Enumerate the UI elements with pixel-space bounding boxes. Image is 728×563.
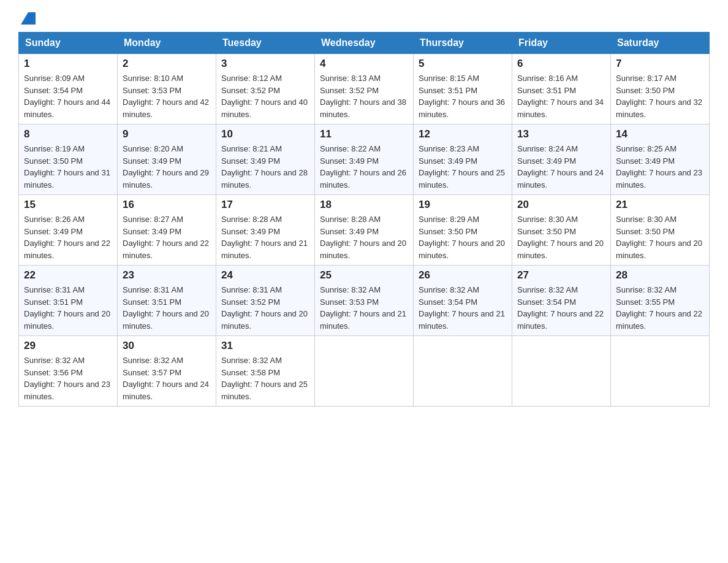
day-of-week-header: Wednesday — [315, 33, 414, 54]
day-number: 15 — [24, 199, 112, 211]
calendar-cell: 15 Sunrise: 8:26 AM Sunset: 3:49 PM Dayl… — [19, 195, 118, 266]
day-number: 12 — [419, 128, 507, 140]
calendar-cell — [512, 336, 611, 407]
day-number: 9 — [123, 128, 211, 140]
day-info: Sunrise: 8:25 AM Sunset: 3:49 PM Dayligh… — [616, 143, 704, 191]
calendar-cell: 26 Sunrise: 8:32 AM Sunset: 3:54 PM Dayl… — [414, 266, 512, 336]
calendar-cell: 8 Sunrise: 8:19 AM Sunset: 3:50 PM Dayli… — [19, 124, 118, 195]
day-info: Sunrise: 8:15 AM Sunset: 3:51 PM Dayligh… — [419, 72, 507, 120]
calendar-cell — [414, 336, 512, 407]
day-of-week-header: Tuesday — [216, 33, 315, 54]
day-info: Sunrise: 8:30 AM Sunset: 3:50 PM Dayligh… — [517, 213, 605, 261]
calendar-cell: 7 Sunrise: 8:17 AM Sunset: 3:50 PM Dayli… — [611, 54, 710, 124]
day-info: Sunrise: 8:32 AM Sunset: 3:53 PM Dayligh… — [320, 284, 408, 332]
day-number: 21 — [616, 199, 704, 211]
day-info: Sunrise: 8:24 AM Sunset: 3:49 PM Dayligh… — [517, 143, 605, 191]
calendar-cell: 30 Sunrise: 8:32 AM Sunset: 3:57 PM Dayl… — [118, 336, 216, 407]
day-info: Sunrise: 8:12 AM Sunset: 3:52 PM Dayligh… — [221, 72, 309, 120]
day-number: 28 — [616, 269, 704, 282]
day-number: 24 — [221, 269, 309, 282]
day-info: Sunrise: 8:32 AM Sunset: 3:54 PM Dayligh… — [419, 284, 507, 332]
day-number: 4 — [320, 58, 408, 70]
calendar-cell: 6 Sunrise: 8:16 AM Sunset: 3:51 PM Dayli… — [512, 54, 611, 124]
calendar-cell: 10 Sunrise: 8:21 AM Sunset: 3:49 PM Dayl… — [216, 124, 315, 195]
day-number: 29 — [24, 340, 112, 352]
calendar-cell: 9 Sunrise: 8:20 AM Sunset: 3:49 PM Dayli… — [118, 124, 216, 195]
day-number: 19 — [419, 199, 507, 211]
day-number: 7 — [616, 58, 704, 70]
day-number: 20 — [517, 199, 605, 211]
day-of-week-header: Sunday — [19, 33, 118, 54]
calendar-week-row: 22 Sunrise: 8:31 AM Sunset: 3:51 PM Dayl… — [19, 266, 710, 336]
calendar-cell — [315, 336, 414, 407]
calendar-cell: 14 Sunrise: 8:25 AM Sunset: 3:49 PM Dayl… — [611, 124, 710, 195]
day-info: Sunrise: 8:10 AM Sunset: 3:53 PM Dayligh… — [123, 72, 211, 120]
calendar-cell: 13 Sunrise: 8:24 AM Sunset: 3:49 PM Dayl… — [512, 124, 611, 195]
day-of-week-header: Thursday — [414, 33, 512, 54]
calendar-cell: 31 Sunrise: 8:32 AM Sunset: 3:58 PM Dayl… — [216, 336, 315, 407]
calendar-cell: 5 Sunrise: 8:15 AM Sunset: 3:51 PM Dayli… — [414, 54, 512, 124]
day-info: Sunrise: 8:27 AM Sunset: 3:49 PM Dayligh… — [123, 213, 211, 261]
calendar-week-row: 8 Sunrise: 8:19 AM Sunset: 3:50 PM Dayli… — [19, 124, 710, 195]
day-number: 11 — [320, 128, 408, 140]
day-number: 6 — [517, 58, 605, 70]
day-number: 17 — [221, 199, 309, 211]
day-info: Sunrise: 8:26 AM Sunset: 3:49 PM Dayligh… — [24, 213, 112, 261]
day-number: 1 — [24, 58, 112, 70]
day-info: Sunrise: 8:31 AM Sunset: 3:51 PM Dayligh… — [123, 284, 211, 332]
calendar-table: SundayMondayTuesdayWednesdayThursdayFrid… — [18, 32, 710, 407]
day-info: Sunrise: 8:30 AM Sunset: 3:50 PM Dayligh… — [616, 213, 704, 261]
day-info: Sunrise: 8:32 AM Sunset: 3:58 PM Dayligh… — [221, 354, 309, 402]
calendar-cell: 17 Sunrise: 8:28 AM Sunset: 3:49 PM Dayl… — [216, 195, 315, 266]
day-info: Sunrise: 8:32 AM Sunset: 3:56 PM Dayligh… — [24, 354, 112, 402]
calendar-cell: 3 Sunrise: 8:12 AM Sunset: 3:52 PM Dayli… — [216, 54, 315, 124]
calendar-week-row: 1 Sunrise: 8:09 AM Sunset: 3:54 PM Dayli… — [19, 54, 710, 124]
calendar-week-row: 29 Sunrise: 8:32 AM Sunset: 3:56 PM Dayl… — [19, 336, 710, 407]
day-number: 27 — [517, 269, 605, 282]
calendar-cell: 21 Sunrise: 8:30 AM Sunset: 3:50 PM Dayl… — [611, 195, 710, 266]
calendar-cell: 24 Sunrise: 8:31 AM Sunset: 3:52 PM Dayl… — [216, 266, 315, 336]
calendar-cell: 4 Sunrise: 8:13 AM Sunset: 3:52 PM Dayli… — [315, 54, 414, 124]
day-number: 13 — [517, 128, 605, 140]
calendar-cell: 2 Sunrise: 8:10 AM Sunset: 3:53 PM Dayli… — [118, 54, 216, 124]
day-of-week-header: Friday — [512, 33, 611, 54]
calendar-cell: 22 Sunrise: 8:31 AM Sunset: 3:51 PM Dayl… — [19, 266, 118, 336]
day-info: Sunrise: 8:28 AM Sunset: 3:49 PM Dayligh… — [320, 213, 408, 261]
logo-triangle-icon — [21, 12, 36, 25]
day-info: Sunrise: 8:16 AM Sunset: 3:51 PM Dayligh… — [517, 72, 605, 120]
page-header — [18, 12, 710, 26]
day-number: 5 — [419, 58, 507, 70]
day-info: Sunrise: 8:31 AM Sunset: 3:52 PM Dayligh… — [221, 284, 309, 332]
day-number: 2 — [123, 58, 211, 70]
day-info: Sunrise: 8:29 AM Sunset: 3:50 PM Dayligh… — [419, 213, 507, 261]
calendar-header-row: SundayMondayTuesdayWednesdayThursdayFrid… — [19, 33, 710, 54]
day-info: Sunrise: 8:21 AM Sunset: 3:49 PM Dayligh… — [221, 143, 309, 191]
calendar-cell: 11 Sunrise: 8:22 AM Sunset: 3:49 PM Dayl… — [315, 124, 414, 195]
day-info: Sunrise: 8:32 AM Sunset: 3:54 PM Dayligh… — [517, 284, 605, 332]
day-info: Sunrise: 8:23 AM Sunset: 3:49 PM Dayligh… — [419, 143, 507, 191]
day-number: 16 — [123, 199, 211, 211]
day-info: Sunrise: 8:19 AM Sunset: 3:50 PM Dayligh… — [24, 143, 112, 191]
day-of-week-header: Saturday — [611, 33, 710, 54]
day-info: Sunrise: 8:17 AM Sunset: 3:50 PM Dayligh… — [616, 72, 704, 120]
day-number: 22 — [24, 269, 112, 282]
day-info: Sunrise: 8:31 AM Sunset: 3:51 PM Dayligh… — [24, 284, 112, 332]
day-info: Sunrise: 8:32 AM Sunset: 3:55 PM Dayligh… — [616, 284, 704, 332]
calendar-cell: 16 Sunrise: 8:27 AM Sunset: 3:49 PM Dayl… — [118, 195, 216, 266]
calendar-cell: 29 Sunrise: 8:32 AM Sunset: 3:56 PM Dayl… — [19, 336, 118, 407]
calendar-cell: 25 Sunrise: 8:32 AM Sunset: 3:53 PM Dayl… — [315, 266, 414, 336]
day-number: 26 — [419, 269, 507, 282]
day-number: 18 — [320, 199, 408, 211]
day-number: 8 — [24, 128, 112, 140]
calendar-cell: 28 Sunrise: 8:32 AM Sunset: 3:55 PM Dayl… — [611, 266, 710, 336]
calendar-cell: 18 Sunrise: 8:28 AM Sunset: 3:49 PM Dayl… — [315, 195, 414, 266]
day-number: 31 — [221, 340, 309, 352]
day-number: 14 — [616, 128, 704, 140]
day-info: Sunrise: 8:32 AM Sunset: 3:57 PM Dayligh… — [123, 354, 211, 402]
calendar-cell: 19 Sunrise: 8:29 AM Sunset: 3:50 PM Dayl… — [414, 195, 512, 266]
day-info: Sunrise: 8:09 AM Sunset: 3:54 PM Dayligh… — [24, 72, 112, 120]
day-number: 10 — [221, 128, 309, 140]
calendar-cell: 20 Sunrise: 8:30 AM Sunset: 3:50 PM Dayl… — [512, 195, 611, 266]
day-number: 23 — [123, 269, 211, 282]
calendar-cell: 27 Sunrise: 8:32 AM Sunset: 3:54 PM Dayl… — [512, 266, 611, 336]
